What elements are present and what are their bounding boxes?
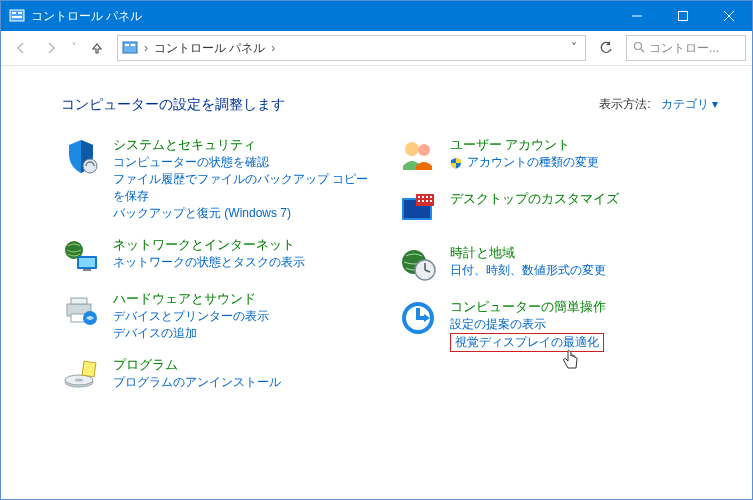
svg-rect-34: [430, 196, 432, 198]
category-ease-of-access: コンピューターの簡単操作 設定の提案の表示 視覚ディスプレイの最適化: [396, 298, 715, 352]
task-link-optimize-display[interactable]: 視覚ディスプレイの最適化: [455, 335, 599, 349]
content-area: コンピューターの設定を調整します 表示方法: カテゴリ ▾ システムとセキュリテ…: [1, 66, 752, 420]
control-panel-icon: [9, 8, 25, 24]
svg-point-24: [75, 379, 83, 382]
network-icon: [59, 236, 103, 276]
task-link[interactable]: プログラムのアンインストール: [113, 374, 281, 391]
svg-rect-32: [422, 196, 424, 198]
svg-rect-35: [418, 200, 420, 202]
up-button[interactable]: [83, 34, 111, 62]
svg-point-27: [418, 144, 430, 156]
category-system-security: システムとセキュリティ コンピューターの状態を確認 ファイル履歴でファイルのバッ…: [59, 136, 378, 222]
task-link[interactable]: 設定の提案の表示: [450, 316, 606, 333]
page-heading: コンピューターの設定を調整します: [61, 96, 692, 114]
svg-rect-3: [12, 16, 22, 18]
highlighted-link-box: 視覚ディスプレイの最適化: [450, 333, 604, 352]
svg-rect-36: [422, 200, 424, 202]
task-link[interactable]: バックアップと復元 (Windows 7): [113, 205, 378, 222]
category-appearance: デスクトップのカスタマイズ: [396, 190, 715, 230]
svg-point-11: [635, 42, 642, 49]
category-link[interactable]: ハードウェアとサウンド: [113, 290, 269, 308]
cursor-pointer-icon: [562, 350, 580, 373]
breadcrumb-item[interactable]: コントロール パネル: [154, 40, 265, 57]
svg-rect-5: [679, 12, 688, 21]
breadcrumb-sep[interactable]: ›: [144, 41, 148, 55]
task-link[interactable]: ファイル履歴でファイルのバックアップ コピーを保存: [113, 171, 378, 205]
category-link[interactable]: コンピューターの簡単操作: [450, 298, 606, 316]
category-network: ネットワークとインターネット ネットワークの状態とタスクの表示: [59, 236, 378, 276]
close-button[interactable]: [706, 1, 752, 31]
programs-icon: [59, 356, 103, 396]
address-bar[interactable]: › コントロール パネル › ˅: [117, 35, 586, 61]
svg-rect-9: [125, 44, 129, 46]
category-programs: プログラム プログラムのアンインストール: [59, 356, 378, 396]
category-link[interactable]: システムとセキュリティ: [113, 136, 378, 154]
printer-icon: [59, 290, 103, 330]
history-dropdown-icon[interactable]: ˅: [67, 41, 81, 55]
svg-rect-10: [131, 44, 135, 46]
category-link[interactable]: プログラム: [113, 356, 281, 374]
svg-point-13: [83, 159, 97, 173]
uac-shield-icon: [450, 157, 462, 169]
svg-rect-2: [18, 12, 22, 14]
window-title: コントロール パネル: [31, 8, 614, 25]
category-hardware: ハードウェアとサウンド デバイスとプリンターの表示 デバイスの追加: [59, 290, 378, 342]
svg-rect-33: [426, 196, 428, 198]
user-accounts-icon: [396, 136, 440, 176]
left-column: システムとセキュリティ コンピューターの状態を確認 ファイル履歴でファイルのバッ…: [59, 136, 378, 410]
task-link[interactable]: デバイスの追加: [113, 325, 269, 342]
breadcrumb-sep[interactable]: ›: [271, 41, 275, 55]
category-link[interactable]: ユーザー アカウント: [450, 136, 599, 154]
minimize-button[interactable]: [614, 1, 660, 31]
svg-rect-0: [10, 10, 24, 21]
refresh-button[interactable]: [592, 34, 620, 62]
search-input[interactable]: コントロー...: [626, 35, 746, 61]
appearance-icon: [396, 190, 440, 230]
shield-icon: [59, 136, 103, 176]
svg-point-26: [405, 142, 419, 156]
svg-rect-19: [71, 298, 87, 304]
task-link[interactable]: デバイスとプリンターの表示: [113, 308, 269, 325]
svg-rect-1: [12, 12, 16, 14]
ease-of-access-icon: [396, 298, 440, 338]
viewby-value[interactable]: カテゴリ ▾: [661, 97, 718, 111]
task-link[interactable]: コンピューターの状態を確認: [113, 154, 378, 171]
svg-rect-25: [82, 361, 96, 377]
category-link[interactable]: ネットワークとインターネット: [113, 236, 305, 254]
task-link[interactable]: アカウントの種類の変更: [450, 154, 599, 171]
address-dropdown-icon[interactable]: ˅: [567, 41, 581, 55]
task-link[interactable]: ネットワークの状態とタスクの表示: [113, 254, 305, 271]
svg-rect-16: [79, 258, 95, 267]
svg-line-12: [641, 49, 644, 52]
svg-rect-31: [418, 196, 420, 198]
control-panel-icon: [122, 40, 138, 56]
category-user-accounts: ユーザー アカウント アカウントの種類の変更: [396, 136, 715, 176]
search-placeholder: コントロー...: [649, 40, 719, 57]
category-clock-region: 時計と地域 日付、時刻、数値形式の変更: [396, 244, 715, 284]
view-by: 表示方法: カテゴリ ▾: [599, 96, 718, 113]
category-link[interactable]: デスクトップのカスタマイズ: [450, 190, 619, 208]
viewby-label: 表示方法:: [599, 97, 650, 111]
svg-rect-38: [430, 200, 432, 202]
category-link[interactable]: 時計と地域: [450, 244, 606, 262]
svg-rect-8: [123, 42, 137, 53]
forward-button[interactable]: [37, 34, 65, 62]
svg-rect-17: [83, 269, 91, 271]
navigation-bar: ˅ › コントロール パネル › ˅ コントロー...: [1, 31, 752, 66]
clock-icon: [396, 244, 440, 284]
back-button[interactable]: [7, 34, 35, 62]
search-icon: [633, 41, 645, 56]
window-controls: [614, 1, 752, 31]
task-link[interactable]: 日付、時刻、数値形式の変更: [450, 262, 606, 279]
titlebar: コントロール パネル: [1, 1, 752, 31]
right-column: ユーザー アカウント アカウントの種類の変更 デスクトップのカスタマイズ: [396, 136, 715, 410]
svg-rect-37: [426, 200, 428, 202]
maximize-button[interactable]: [660, 1, 706, 31]
